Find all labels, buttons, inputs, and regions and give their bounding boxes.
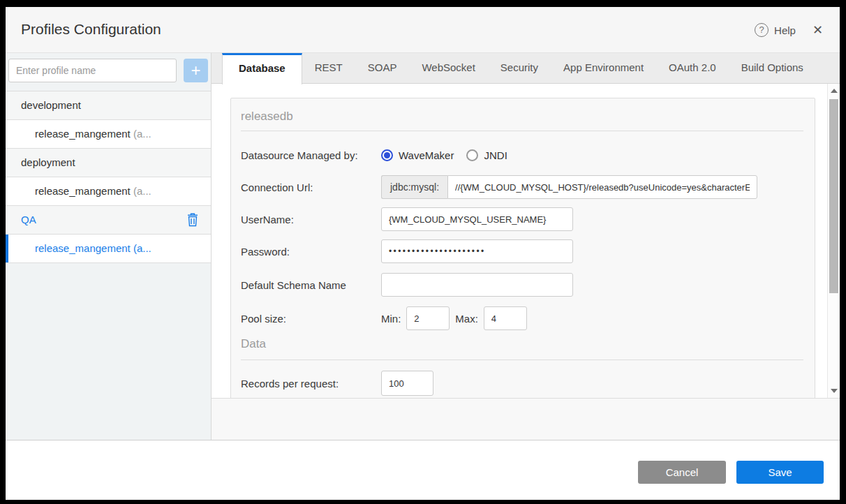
profiles-configuration-dialog: Profiles Configuration ? Help ✕ + develo…	[6, 7, 840, 500]
connection-url-input[interactable]	[447, 175, 757, 199]
tab-app-environment[interactable]: App Environment	[551, 53, 656, 83]
records-label: Records per request:	[241, 378, 381, 390]
schema-input[interactable]	[381, 273, 573, 297]
tab-rest[interactable]: REST	[302, 53, 355, 83]
pool-size-row: Pool size: Min: Max:	[241, 306, 803, 330]
tab-database[interactable]: Database	[222, 53, 302, 84]
dialog-footer: Cancel Save	[6, 440, 840, 500]
profile-detail-panel: Database REST SOAP WebSocket Security Ap…	[212, 53, 840, 440]
profiles-list: development release_mangement (a... depl…	[6, 91, 211, 263]
username-row: UserName:	[241, 207, 803, 231]
delete-profile-icon[interactable]	[187, 213, 198, 227]
tab-soap[interactable]: SOAP	[355, 53, 410, 83]
min-pool-input[interactable]	[406, 306, 450, 330]
scroll-up-icon[interactable]	[828, 85, 840, 96]
releasedb-panel: releasedb Datasource Managed by: WaveMak…	[230, 98, 815, 398]
max-label: Max:	[455, 313, 478, 325]
password-row: Password:	[241, 239, 803, 263]
connection-url-label: Connection Url:	[241, 181, 381, 193]
password-input[interactable]	[381, 239, 573, 263]
close-icon[interactable]: ✕	[812, 22, 823, 38]
max-pool-input[interactable]	[484, 306, 527, 330]
username-label: UserName:	[241, 214, 381, 225]
data-section-title: Data	[241, 337, 266, 351]
profile-search-row: +	[8, 59, 208, 82]
min-label: Min:	[381, 313, 401, 325]
db-section-title: releasedb	[241, 110, 293, 124]
tab-build-options[interactable]: Build Options	[729, 53, 816, 83]
datasource-row: Datasource Managed by: WaveMaker JNDI	[241, 143, 803, 167]
sidebar-item-release-mangement-2[interactable]: release_mangement (a...	[6, 177, 211, 206]
pool-size-label: Pool size:	[241, 313, 381, 325]
sidebar-item-release-mangement-qa[interactable]: release_mangement (a...	[6, 235, 211, 263]
records-input[interactable]	[381, 371, 433, 396]
jndi-radio[interactable]	[466, 149, 478, 161]
sidebar-item-development[interactable]: development	[6, 91, 211, 120]
cancel-button[interactable]: Cancel	[638, 461, 726, 484]
vertical-scrollbar[interactable]	[827, 84, 840, 398]
help-link[interactable]: Help	[774, 24, 796, 36]
jdbc-prefix-addon: jdbc:mysql:	[381, 175, 447, 199]
wavemaker-radio-label[interactable]: WaveMaker	[399, 149, 454, 161]
sidebar-item-qa[interactable]: QA	[6, 206, 211, 235]
data-section-divider	[241, 360, 803, 360]
sidebar-item-deployment[interactable]: deployment	[6, 149, 211, 177]
scrollbar-thumb[interactable]	[829, 99, 838, 293]
records-row: Records per request:	[241, 371, 803, 396]
wavemaker-radio[interactable]	[381, 149, 393, 161]
scroll-down-icon[interactable]	[828, 385, 840, 396]
schema-label: Default Schema Name	[241, 279, 381, 291]
dialog-header: Profiles Configuration ? Help ✕	[6, 7, 840, 53]
database-tab-content: releasedb Datasource Managed by: WaveMak…	[212, 84, 840, 398]
help-icon[interactable]: ?	[755, 23, 769, 37]
jndi-radio-label[interactable]: JNDI	[484, 149, 507, 161]
sidebar-item-release-mangement-1[interactable]: release_mangement (a...	[6, 120, 211, 149]
dialog-title: Profiles Configuration	[21, 21, 161, 38]
password-label: Password:	[241, 246, 381, 258]
config-tabs: Database REST SOAP WebSocket Security Ap…	[212, 53, 840, 84]
add-profile-button[interactable]: +	[184, 59, 208, 82]
username-input[interactable]	[381, 207, 573, 231]
tab-websocket[interactable]: WebSocket	[409, 53, 487, 83]
tab-oauth[interactable]: OAuth 2.0	[656, 53, 729, 83]
connection-url-row: Connection Url: jdbc:mysql:	[241, 175, 803, 199]
save-button[interactable]: Save	[736, 461, 824, 484]
section-divider	[241, 131, 803, 131]
tab-security[interactable]: Security	[488, 53, 551, 83]
profile-search-input[interactable]	[8, 59, 177, 82]
schema-row: Default Schema Name	[241, 273, 803, 297]
profiles-sidebar: + development release_mangement (a... de…	[6, 53, 212, 440]
panel-bottom-strip	[212, 398, 840, 440]
datasource-label: Datasource Managed by:	[241, 149, 381, 161]
header-actions: ? Help ✕	[755, 7, 823, 53]
